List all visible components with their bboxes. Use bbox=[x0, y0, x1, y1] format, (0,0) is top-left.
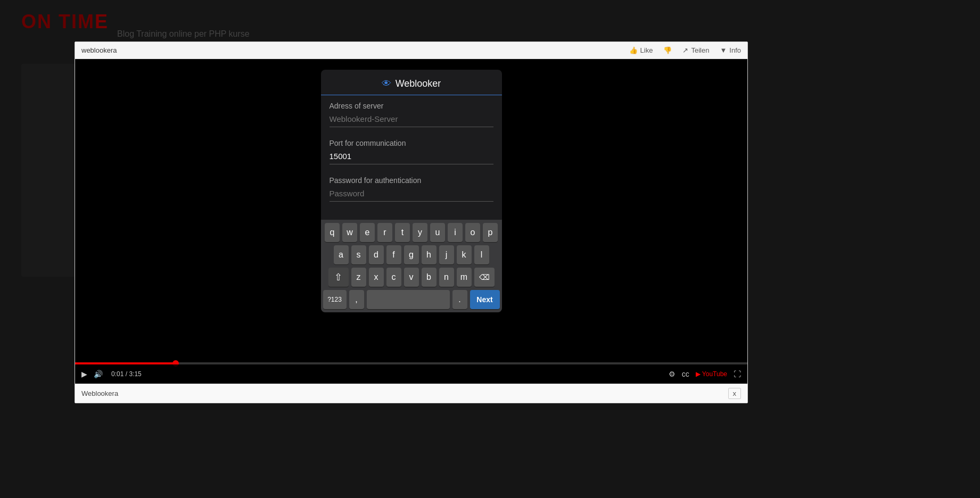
key-i[interactable]: i bbox=[448, 223, 463, 242]
key-y[interactable]: y bbox=[413, 223, 427, 242]
window-close-button[interactable]: x bbox=[728, 388, 742, 399]
key-shift[interactable]: ⇧ bbox=[328, 268, 349, 287]
key-f[interactable]: f bbox=[386, 245, 401, 264]
key-next[interactable]: Next bbox=[470, 290, 500, 309]
key-g[interactable]: g bbox=[404, 245, 419, 264]
dislike-button[interactable]: 👎 bbox=[663, 46, 672, 54]
dialog-header: 👁 Weblooker bbox=[321, 70, 502, 95]
server-label: Adress of server bbox=[330, 102, 493, 110]
key-k[interactable]: k bbox=[457, 245, 472, 264]
key-m[interactable]: m bbox=[457, 268, 472, 287]
info-label: Info bbox=[729, 46, 741, 54]
key-p[interactable]: p bbox=[483, 223, 498, 242]
key-o[interactable]: o bbox=[465, 223, 480, 242]
key-t[interactable]: t bbox=[395, 223, 410, 242]
like-label: Like bbox=[640, 46, 653, 54]
info-icon: ▼ bbox=[720, 46, 727, 54]
info-button[interactable]: ▼ Info bbox=[720, 46, 741, 54]
window-bottom-title: Weblookera bbox=[81, 389, 118, 397]
thumbs-up-icon: 👍 bbox=[629, 46, 638, 54]
password-field-group: Password for authentication bbox=[330, 176, 493, 208]
thumbs-down-icon: 👎 bbox=[663, 46, 672, 54]
key-c[interactable]: c bbox=[386, 268, 401, 287]
port-field-group: Port for communication bbox=[330, 139, 493, 171]
key-w[interactable]: w bbox=[342, 223, 357, 242]
settings-icon[interactable]: ⚙ bbox=[669, 370, 676, 378]
play-button[interactable]: ▶ bbox=[81, 370, 87, 378]
key-z[interactable]: z bbox=[351, 268, 366, 287]
youtube-icon[interactable]: ▶ YouTube bbox=[696, 370, 727, 378]
dialog-title: Weblooker bbox=[396, 78, 441, 89]
key-a[interactable]: a bbox=[334, 245, 349, 264]
key-v[interactable]: v bbox=[404, 268, 419, 287]
share-button[interactable]: ↗ Teilen bbox=[682, 46, 709, 54]
key-b[interactable]: b bbox=[422, 268, 437, 287]
video-area: 👁 Weblooker Adress of server Port for co… bbox=[75, 59, 747, 384]
key-s[interactable]: s bbox=[351, 245, 366, 264]
app-dialog: 👁 Weblooker Adress of server Port for co… bbox=[321, 70, 502, 312]
key-d[interactable]: d bbox=[369, 245, 384, 264]
like-button[interactable]: 👍 Like bbox=[629, 46, 653, 54]
password-input[interactable] bbox=[330, 187, 493, 202]
port-label: Port for communication bbox=[330, 139, 493, 147]
key-h[interactable]: h bbox=[422, 245, 437, 264]
title-bar-left: weblookera bbox=[81, 46, 117, 54]
video-controls: ▶ 🔊 0:01 / 3:15 ⚙ cc ▶ YouTube ⛶ bbox=[75, 364, 747, 384]
key-num-switch[interactable]: ?123 bbox=[323, 290, 347, 309]
eye-icon: 👁 bbox=[382, 78, 391, 89]
key-q[interactable]: q bbox=[325, 223, 340, 242]
key-backspace[interactable]: ⌫ bbox=[474, 268, 495, 287]
key-r[interactable]: r bbox=[377, 223, 392, 242]
volume-button[interactable]: 🔊 bbox=[94, 370, 103, 378]
server-field-group: Adress of server bbox=[330, 102, 493, 134]
key-e[interactable]: e bbox=[360, 223, 375, 242]
share-label: Teilen bbox=[691, 46, 709, 54]
keyboard-row-2: a s d f g h j k l bbox=[323, 245, 500, 264]
cc-icon[interactable]: cc bbox=[682, 370, 689, 378]
password-label: Password for authentication bbox=[330, 176, 493, 185]
title-bar-right: 👍 Like 👎 ↗ Teilen ▼ Info bbox=[629, 46, 741, 54]
key-x[interactable]: x bbox=[369, 268, 384, 287]
browser-window: weblookera 👍 Like 👎 ↗ Teilen ▼ Info bbox=[75, 42, 748, 403]
key-n[interactable]: n bbox=[439, 268, 454, 287]
key-u[interactable]: u bbox=[430, 223, 445, 242]
on-screen-keyboard: q w e r t y u i o p a s d f g bbox=[321, 220, 502, 312]
window-bottom-bar: Weblookera x bbox=[75, 384, 747, 403]
fullscreen-icon[interactable]: ⛶ bbox=[734, 370, 741, 378]
key-j[interactable]: j bbox=[439, 245, 454, 264]
key-spacebar[interactable] bbox=[367, 290, 450, 309]
window-title: weblookera bbox=[81, 46, 117, 54]
key-period[interactable]: . bbox=[452, 290, 467, 309]
port-input[interactable] bbox=[330, 150, 493, 164]
server-input[interactable] bbox=[330, 112, 493, 127]
share-icon: ↗ bbox=[682, 46, 688, 54]
keyboard-row-1: q w e r t y u i o p bbox=[323, 223, 500, 242]
key-comma[interactable]: , bbox=[349, 290, 364, 309]
keyboard-row-3: ⇧ z x c v b n m ⌫ bbox=[323, 268, 500, 287]
key-l[interactable]: l bbox=[474, 245, 489, 264]
title-bar: weblookera 👍 Like 👎 ↗ Teilen ▼ Info bbox=[75, 42, 747, 59]
dialog-body: Adress of server Port for communication … bbox=[321, 95, 502, 220]
video-time: 0:01 / 3:15 bbox=[111, 370, 142, 378]
keyboard-bottom-row: ?123 , . Next bbox=[323, 290, 500, 309]
